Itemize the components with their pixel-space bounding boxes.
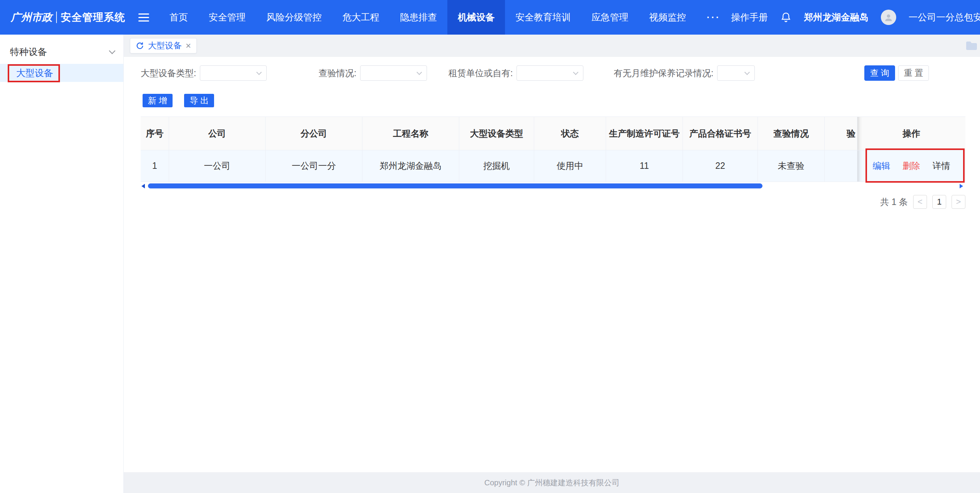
export-button[interactable]: 导 出: [184, 94, 214, 107]
nav-item-risk-control[interactable]: 风险分级管控: [256, 0, 332, 35]
total-count-label: 共 1 条: [880, 196, 908, 208]
sidebar: 特种设备 大型设备: [0, 35, 124, 493]
chevron-down-icon: [573, 70, 578, 75]
filter-row: 大型设备类型: 查验情况: 租赁单位或自有: 有无月维护保养记录情况: 查 询 …: [124, 65, 980, 81]
nav-item-more[interactable]: ···: [696, 0, 731, 35]
filter-label: 查验情况:: [319, 67, 356, 79]
cell-status: 使用中: [534, 150, 606, 182]
column-header-status: 状态: [534, 117, 606, 150]
column-header-license: 生产制造许可证号: [606, 117, 683, 150]
logo-divider: [56, 12, 57, 23]
column-header-type: 大型设备类型: [459, 117, 534, 150]
copyright-text: Copyright © 广州穗建建造科技有限公司: [484, 478, 619, 488]
add-button[interactable]: 新 增: [143, 94, 173, 107]
nav-item-home[interactable]: 首页: [159, 0, 198, 35]
scrollbar-thumb[interactable]: [148, 183, 762, 188]
edit-link[interactable]: 编辑: [873, 160, 890, 172]
maintenance-record-select[interactable]: [717, 65, 755, 81]
filter-label: 租赁单位或自有:: [448, 67, 513, 79]
column-header-seq: 序号: [141, 117, 169, 150]
cell-inspection: 未查验: [758, 150, 825, 182]
sidebar-item-large-equipment[interactable]: 大型设备: [0, 64, 123, 82]
menu-collapse-icon[interactable]: [138, 13, 149, 22]
chevron-down-icon: [417, 70, 422, 75]
nav-item-safety-training[interactable]: 安全教育培训: [505, 0, 581, 35]
footer: Copyright © 广州穗建建造科技有限公司: [124, 472, 980, 493]
filter-label: 有无月维护保养记录情况:: [614, 67, 713, 79]
equipment-table: 序号 公司 分公司 工程名称 大型设备类型 状态 生产制造许可证号 产品合格证书…: [141, 117, 965, 182]
manual-link[interactable]: 操作手册: [731, 11, 768, 23]
scroll-left-arrow-icon[interactable]: [141, 184, 145, 188]
column-header-actions: 操作: [857, 117, 965, 150]
refresh-icon[interactable]: [136, 42, 144, 50]
folder-icon[interactable]: [965, 41, 978, 51]
cell-branch: 一公司一分: [266, 150, 362, 182]
top-navbar: 广州市政 安全管理系统 首页 安全管理 风险分级管控 危大工程 隐患排查 机械设…: [0, 0, 980, 35]
tab-large-equipment[interactable]: 大型设备 ×: [130, 38, 197, 53]
nav-item-safety-mgmt[interactable]: 安全管理: [198, 0, 256, 35]
reset-button[interactable]: 重 置: [898, 65, 929, 81]
nav-item-machinery[interactable]: 机械设备: [447, 0, 505, 35]
next-page-button[interactable]: >: [952, 195, 965, 209]
prev-page-button[interactable]: <: [913, 195, 927, 209]
scroll-right-arrow-icon[interactable]: [960, 184, 963, 188]
table-row[interactable]: 1 一公司 一公司一分 郑州龙湖金融岛 挖掘机 使用中 11 22 未查验 编辑…: [141, 150, 965, 182]
nav-right-section: 操作手册 郑州龙湖金融岛 一公司一分总包安全员: [731, 10, 980, 25]
filter-rental-or-owned: 租赁单位或自有:: [448, 65, 583, 81]
pagination: 共 1 条 < 1 >: [124, 195, 965, 209]
main-area: 大型设备 × 大型设备类型: 查验情况: 租赁单位或自有:: [124, 35, 980, 493]
tab-bar: 大型设备 ×: [124, 35, 980, 57]
cell-cert: 22: [683, 150, 758, 182]
inspection-status-select[interactable]: [360, 65, 427, 81]
search-button[interactable]: 查 询: [864, 65, 895, 81]
column-header-truncated: 验: [825, 117, 857, 150]
delete-link[interactable]: 删除: [903, 160, 920, 172]
filter-label: 大型设备类型:: [141, 67, 196, 79]
filter-inspection-status: 查验情况:: [319, 65, 427, 81]
nav-item-video-monitor[interactable]: 视频监控: [639, 0, 696, 35]
cell-project: 郑州龙湖金融岛: [362, 150, 459, 182]
filter-equipment-type: 大型设备类型:: [141, 65, 267, 81]
nav-item-emergency-mgmt[interactable]: 应急管理: [581, 0, 639, 35]
sidebar-group-special-equipment[interactable]: 特种设备: [0, 40, 123, 64]
cell-license: 11: [606, 150, 683, 182]
column-header-branch: 分公司: [266, 117, 362, 150]
bell-icon[interactable]: [780, 12, 792, 23]
cell-seq: 1: [141, 150, 169, 182]
column-header-inspection: 查验情况: [758, 117, 825, 150]
chevron-down-icon: [744, 70, 750, 75]
user-avatar[interactable]: [881, 10, 896, 25]
tab-label: 大型设备: [148, 40, 182, 52]
column-header-cert: 产品合格证书号: [683, 117, 758, 150]
page-number-button[interactable]: 1: [932, 195, 946, 209]
table-toolbar: 新 增 导 出: [143, 94, 980, 107]
sidebar-group-label: 特种设备: [10, 46, 47, 58]
nav-item-hazard-check[interactable]: 隐患排查: [390, 0, 447, 35]
column-header-project: 工程名称: [362, 117, 459, 150]
cell-company: 一公司: [169, 150, 266, 182]
close-icon[interactable]: ×: [186, 41, 191, 50]
cell-truncated: [825, 150, 857, 182]
person-icon: [884, 12, 894, 22]
page-root: 广州市政 安全管理系统 首页 安全管理 风险分级管控 危大工程 隐患排查 机械设…: [0, 0, 980, 493]
user-role-label[interactable]: 一公司一分总包安全员: [909, 11, 980, 23]
app-logo: 广州市政 安全管理系统: [0, 0, 124, 35]
table-header-row: 序号 公司 分公司 工程名称 大型设备类型 状态 生产制造许可证号 产品合格证书…: [141, 117, 965, 150]
horizontal-scrollbar: [141, 183, 965, 189]
current-project-name[interactable]: 郑州龙湖金融岛: [804, 11, 869, 23]
app-title: 安全管理系统: [61, 10, 125, 24]
main-nav: 首页 安全管理 风险分级管控 危大工程 隐患排查 机械设备 安全教育培训 应急管…: [159, 0, 731, 35]
equipment-type-select[interactable]: [200, 65, 267, 81]
filter-maintenance-record: 有无月维护保养记录情况:: [614, 65, 755, 81]
logo-org-name: 广州市政: [11, 10, 52, 24]
content-panel: 大型设备类型: 查验情况: 租赁单位或自有: 有无月维护保养记录情况: 查 询 …: [124, 57, 980, 472]
detail-link[interactable]: 详情: [933, 160, 950, 172]
chevron-down-icon: [109, 48, 115, 54]
nav-item-major-projects[interactable]: 危大工程: [332, 0, 390, 35]
cell-actions: 编辑 删除 详情: [857, 150, 965, 182]
cell-type: 挖掘机: [459, 150, 534, 182]
rental-or-owned-select[interactable]: [517, 65, 583, 81]
chevron-down-icon: [256, 70, 262, 75]
sidebar-item-label: 大型设备: [16, 67, 53, 79]
column-header-company: 公司: [169, 117, 266, 150]
